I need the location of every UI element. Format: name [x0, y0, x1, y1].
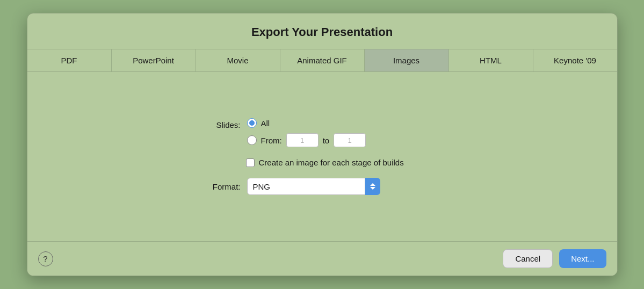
- checkbox-row: Create an image for each stage of builds: [203, 158, 483, 167]
- dialog-title: Export Your Presentation: [27, 13, 617, 49]
- footer: ? Cancel Next...: [27, 242, 617, 276]
- footer-actions: Cancel Next...: [503, 249, 606, 268]
- tab-bar: PDF PowerPoint Movie Animated GIF Images…: [27, 49, 617, 72]
- arrow-down-icon: [370, 187, 375, 190]
- to-input[interactable]: [334, 133, 366, 147]
- arrow-up-icon: [370, 183, 375, 186]
- from-input[interactable]: [286, 133, 319, 147]
- radio-from-label: From:: [261, 136, 282, 145]
- to-label: to: [323, 136, 330, 145]
- format-select: PNG: [247, 178, 380, 195]
- radio-all-row: All: [247, 118, 366, 128]
- format-label: Format:: [204, 182, 247, 191]
- tab-images[interactable]: Images: [365, 49, 449, 71]
- radio-from-row: From: to: [247, 133, 366, 147]
- next-button[interactable]: Next...: [559, 249, 606, 268]
- slides-options: All From: to: [247, 118, 366, 147]
- export-dialog: Export Your Presentation PDF PowerPoint …: [27, 13, 618, 276]
- format-select-box[interactable]: PNG: [247, 178, 365, 195]
- tab-keynote09[interactable]: Keynote '09: [533, 49, 617, 71]
- tab-powerpoint[interactable]: PowerPoint: [112, 49, 196, 71]
- radio-all-label: All: [261, 119, 270, 128]
- tab-animated-gif[interactable]: Animated GIF: [280, 49, 365, 71]
- tab-movie[interactable]: Movie: [196, 49, 280, 71]
- tab-html[interactable]: HTML: [449, 49, 533, 71]
- form-section: Slides: All From: to: [161, 118, 483, 195]
- tab-pdf[interactable]: PDF: [27, 49, 112, 71]
- slides-label: Slides:: [204, 118, 247, 131]
- format-row: Format: PNG: [204, 178, 483, 195]
- builds-checkbox[interactable]: [246, 158, 255, 167]
- slides-row: Slides: All From: to: [204, 118, 483, 147]
- radio-all[interactable]: [247, 118, 257, 128]
- format-arrows[interactable]: [365, 178, 380, 195]
- builds-checkbox-label: Create an image for each stage of builds: [259, 158, 404, 167]
- help-button[interactable]: ?: [38, 251, 53, 266]
- radio-from[interactable]: [247, 135, 257, 145]
- content-area: Slides: All From: to: [27, 72, 617, 241]
- cancel-button[interactable]: Cancel: [503, 249, 553, 268]
